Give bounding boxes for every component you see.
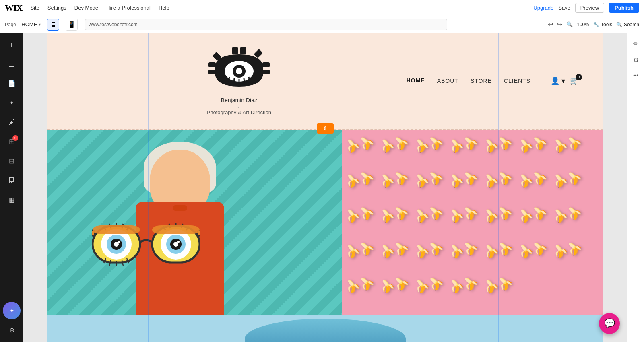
bottom-image (47, 315, 603, 342)
mobile-icon: 📱 (68, 21, 76, 28)
svg-point-26 (118, 241, 120, 243)
pages-button[interactable]: 📄 (3, 75, 21, 93)
nav-store[interactable]: STORE (471, 78, 492, 84)
sections-icon: ⊟ (9, 157, 14, 165)
right-image-panel[interactable]: 🍌 🍌 🍌 🍌 🍌 🍌 🍌 🍌 🍌 🍌 🍌 🍌 (342, 130, 603, 315)
svg-rect-5 (262, 70, 270, 74)
account-icon: 👤 ▾ (551, 77, 565, 85)
top-bar: WIX Site Settings Dev Mode Hire a Profes… (0, 0, 644, 16)
main-canvas: Benjamin Diaz / Photography & Art Direct… (23, 33, 627, 342)
mobile-view-button[interactable]: 📱 (66, 19, 78, 31)
svg-rect-48 (152, 225, 200, 234)
pages-icon: 📄 (8, 80, 16, 87)
tools-button[interactable]: 🔧 Tools (593, 22, 612, 27)
left-image-panel[interactable] (47, 130, 342, 315)
svg-line-15 (244, 78, 244, 83)
site-header: Benjamin Diaz / Photography & Art Direct… (47, 33, 603, 130)
left-sidebar: + ☰ 📄 ✦ 🖌 ⊞ 2 ⊟ 🖼 ▦ ✦ ⊕ (0, 33, 23, 342)
desktop-icon: 🖥 (50, 21, 56, 28)
undo-icon[interactable]: ↩ (548, 21, 553, 28)
banana-pattern: 🍌 🍌 🍌 🍌 🍌 🍌 🍌 🍌 🍌 🍌 🍌 🍌 (342, 130, 603, 315)
content-section: ⇕ (47, 130, 603, 315)
desktop-view-button[interactable]: 🖥 (47, 19, 59, 31)
sections-button[interactable]: ⊟ (3, 152, 21, 170)
tools-icon: 🔧 (593, 22, 599, 27)
svg-line-12 (229, 77, 229, 82)
settings-icon: ⚙ (633, 56, 639, 64)
design-button[interactable]: ✦ (3, 94, 21, 112)
edit-button[interactable]: ✏ (629, 36, 643, 51)
nav-home[interactable]: HOME (407, 77, 425, 84)
chevron-down-icon: ▾ (39, 22, 41, 27)
site-logo (207, 46, 271, 95)
person-name: Benjamin Diaz (221, 97, 257, 103)
save-button[interactable]: Save (558, 5, 570, 11)
publish-button[interactable]: Publish (609, 3, 639, 13)
upgrade-button[interactable]: Upgrade (533, 5, 553, 11)
cart-button[interactable]: 🛒 0 (570, 76, 579, 85)
layers-icon: ⊕ (9, 326, 14, 334)
settings-button[interactable]: ⚙ (629, 52, 643, 67)
svg-line-16 (249, 77, 250, 82)
svg-point-36 (177, 241, 180, 243)
preview-button[interactable]: Preview (575, 3, 604, 13)
menu-help[interactable]: Help (159, 5, 169, 11)
resize-handle[interactable]: ⇕ (317, 123, 334, 134)
resize-icon: ⇕ (323, 125, 328, 132)
media-button[interactable]: 🖼 (3, 171, 21, 189)
redo-icon[interactable]: ↪ (557, 21, 562, 28)
page-label: Page: (5, 22, 17, 27)
banana-background: 🍌 🍌 🍌 🍌 🍌 🍌 🍌 🍌 🍌 🍌 🍌 🍌 (342, 130, 603, 315)
zoom-level: 100% (577, 22, 589, 27)
svg-line-13 (234, 78, 234, 83)
chat-icon: 💬 (604, 318, 615, 329)
apps-badge: 2 (12, 135, 18, 141)
menus-icon: ☰ (8, 60, 15, 69)
secondary-bar: Page: HOME ▾ 🖥 📱 www.testwebsitefr.com ↩… (0, 16, 644, 33)
glasses-svg (92, 218, 200, 274)
paint-icon: 🖌 (8, 119, 15, 126)
menu-hire[interactable]: Hire a Professional (106, 5, 151, 11)
nav-clients[interactable]: CLIENTS (504, 78, 530, 84)
add-element-button[interactable]: + (3, 36, 21, 54)
chat-button[interactable]: 💬 (599, 313, 620, 334)
right-sidebar: ✏ ⚙ ••• (627, 33, 644, 342)
grid-button[interactable]: ▦ (3, 191, 21, 208)
apps-button[interactable]: ⊞ 2 (3, 133, 21, 150)
header-icons: 👤 ▾ 🛒 0 (551, 76, 579, 85)
more-options-button[interactable]: ••• (629, 68, 643, 83)
ai-assistant-button[interactable]: ✦ (3, 302, 21, 319)
logo-area: Benjamin Diaz / Photography & Art Direct… (72, 46, 407, 115)
menu-devmode[interactable]: Dev Mode (74, 5, 98, 11)
add-icon: + (9, 40, 14, 50)
name-slash: / (238, 103, 240, 109)
svg-rect-4 (262, 62, 270, 67)
layers-button[interactable]: ⊕ (3, 321, 21, 339)
wix-logo: WIX (5, 3, 22, 13)
menu-site[interactable]: Site (30, 5, 39, 11)
svg-point-10 (236, 68, 242, 74)
design-icon: ✦ (9, 99, 14, 107)
zoom-icon: 🔍 (566, 21, 573, 27)
menu-settings[interactable]: Settings (47, 5, 66, 11)
banana-wrap: 🍌 🍌 🍌 🍌 🍌 🍌 🍌 🍌 🍌 🍌 🍌 🍌 (348, 136, 597, 309)
website-preview: Benjamin Diaz / Photography & Art Direct… (47, 33, 603, 342)
svg-rect-3 (208, 70, 216, 74)
svg-rect-0 (232, 47, 238, 54)
grid-icon: ▦ (9, 196, 15, 204)
menus-button[interactable]: ☰ (3, 56, 21, 73)
lips (173, 205, 187, 211)
nav-about[interactable]: ABOUT (437, 78, 458, 84)
account-button[interactable]: 👤 ▾ (551, 76, 565, 85)
search-icon: 🔍 (616, 22, 622, 27)
svg-rect-2 (208, 62, 216, 67)
cart-count: 0 (576, 74, 582, 80)
svg-rect-7 (254, 49, 263, 58)
paint-button[interactable]: 🖌 (3, 113, 21, 131)
svg-rect-1 (240, 47, 246, 54)
url-bar: www.testwebsitefr.com (85, 19, 447, 30)
page-selector[interactable]: HOME ▾ (21, 21, 41, 27)
bottom-section (47, 315, 603, 342)
search-button[interactable]: 🔍 Search (616, 22, 639, 27)
glasses-overlay (92, 218, 200, 274)
